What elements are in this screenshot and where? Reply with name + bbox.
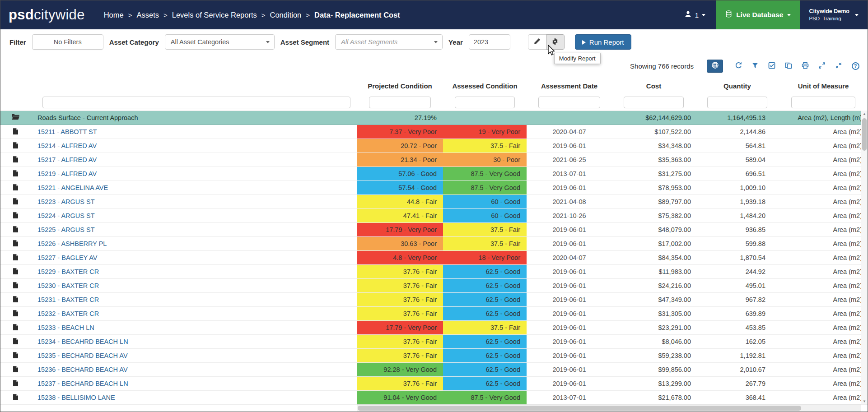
table-row[interactable]: 15223 - ARGUS ST 44.8 - Fair 60 - Good 2…	[0, 195, 868, 209]
asset-link[interactable]: 15232 - BAXTER CR	[37, 310, 99, 317]
asset-link[interactable]: 15229 - BAXTER CR	[37, 268, 99, 275]
column-header-cost[interactable]: Cost	[612, 82, 695, 90]
quantity-filter-input[interactable]	[707, 97, 767, 108]
asset-link[interactable]: 15236 - BECHARD BEACH AV	[37, 366, 128, 373]
summary-row[interactable]: Roads Surface - Current Approach 27.19% …	[0, 111, 868, 125]
asset-link[interactable]: 15224 - ARGUS ST	[37, 212, 95, 219]
table-row[interactable]: 15227 - BAGLEY AV 4.8 - Very Poor 18 - V…	[0, 251, 868, 265]
scroll-down-arrow[interactable]: ▼	[861, 398, 868, 404]
asset-link[interactable]: 15223 - ARGUS ST	[37, 198, 95, 205]
quantity-cell: 2,010.67	[695, 363, 779, 377]
asset-category-select[interactable]: All Asset Categories	[165, 34, 275, 50]
map-view-button[interactable]	[707, 60, 723, 73]
table-row[interactable]: 15225 - ARGUS ST 17.79 - Very Poor 37.5 …	[0, 223, 868, 237]
assessment-date-cell: 2021-10-26	[527, 209, 612, 223]
column-header-quantity[interactable]: Quantity	[695, 82, 779, 90]
asset-link[interactable]: 15227 - BAGLEY AV	[37, 254, 97, 261]
table-row[interactable]: 15237 - BECHARD BEACH LN 37.76 - Fair 62…	[0, 377, 868, 391]
help-button[interactable]: ?	[850, 61, 860, 71]
table-row[interactable]: 15236 - BECHARD BEACH AV 92.28 - Very Go…	[0, 363, 868, 377]
asset-category-label: Asset Category	[109, 38, 159, 46]
table-row[interactable]: 15234 - BECAHRD BEACH LN 37.76 - Fair 62…	[0, 335, 868, 349]
assessed-condition-filter-input[interactable]	[455, 97, 515, 108]
table-row[interactable]: 15231 - BAXTER CR 37.76 - Fair 62.5 - Go…	[0, 293, 868, 307]
collapse-icon	[835, 62, 842, 70]
table-row[interactable]: 15235 - BECHARD BEACH AV 37.76 - Fair 62…	[0, 349, 868, 363]
chevron-down-icon	[266, 41, 270, 43]
asset-link[interactable]: 15233 - BEACH LN	[37, 324, 94, 331]
select-columns-button[interactable]	[767, 61, 777, 71]
breadcrumb-los-reports[interactable]: Levels of Service Reports	[172, 11, 257, 19]
column-header-projected-condition[interactable]: Projected Condition	[357, 82, 443, 90]
asset-link[interactable]: 15217 - ALFRED AV	[37, 156, 97, 163]
unit-cell: Area (m2)	[779, 307, 868, 321]
copy-button[interactable]	[784, 61, 793, 71]
table-row[interactable]: 15219 - ALFRED AV 57.06 - Good 87.5 - Ve…	[0, 167, 868, 181]
asset-segment-select[interactable]: All Asset Segments	[335, 34, 443, 50]
app-logo[interactable]: psdcitywide	[9, 7, 85, 23]
asset-link[interactable]: 15238 - BELLISIMO LANE	[37, 394, 115, 401]
quantity-cell: 1,939.18	[695, 195, 779, 209]
vertical-scrollbar[interactable]: ▲ ▼	[861, 111, 868, 404]
account-menu[interactable]: Citywide Demo PSD_Training	[800, 8, 868, 22]
table-row[interactable]: 15214 - ALFRED AV 20.72 - Poor 37.5 - Fa…	[0, 139, 868, 153]
horizontal-scrollbar-thumb[interactable]	[358, 406, 801, 411]
unit-of-measure-filter-input[interactable]	[791, 97, 855, 108]
column-header-unit-of-measure[interactable]: Unit of Measure	[779, 82, 868, 90]
asset-link[interactable]: 15214 - ALFRED AV	[37, 142, 97, 149]
assessment-date-cell: 2019-06-01	[527, 321, 612, 335]
summary-unit: Area (m2), Length (m)	[779, 111, 868, 125]
table-row[interactable]: 15233 - BEACH LN 17.79 - Very Poor 37.5 …	[0, 321, 868, 335]
live-database-button[interactable]: Live Database	[716, 0, 800, 29]
table-row[interactable]: 15230 - BAXTER CR 37.76 - Fair 62.5 - Go…	[0, 279, 868, 293]
user-menu[interactable]: 1	[673, 10, 716, 19]
breadcrumb-condition[interactable]: Condition	[270, 11, 302, 19]
refresh-button[interactable]	[733, 61, 743, 71]
asset-link[interactable]: 15211 - ABBOTT ST	[37, 128, 97, 135]
table-row[interactable]: 15221 - ANGELINA AVE 57.54 - Good 87.5 -…	[0, 181, 868, 195]
column-header-assessment-date[interactable]: Assessment Date	[527, 82, 612, 90]
breadcrumb-separator	[163, 11, 168, 19]
table-row[interactable]: 15229 - BAXTER CR 37.76 - Fair 62.5 - Go…	[0, 265, 868, 279]
table-row[interactable]: 15211 - ABBOTT ST 7.37 - Very Poor 19 - …	[0, 125, 868, 139]
assessment-date-filter-input[interactable]	[538, 97, 600, 108]
unit-cell: Area (m2)	[779, 279, 868, 293]
column-header-assessed-condition[interactable]: Assessed Condition	[443, 82, 527, 90]
modify-report-button[interactable]	[546, 34, 565, 50]
asset-link[interactable]: 15235 - BECHARD BEACH AV	[37, 352, 128, 359]
expand-button[interactable]	[817, 61, 827, 71]
asset-link[interactable]: 15219 - ALFRED AV	[37, 170, 97, 177]
document-icon	[13, 170, 18, 178]
asset-link[interactable]: 15230 - BAXTER CR	[37, 282, 99, 289]
asset-link[interactable]: 15221 - ANGELINA AVE	[37, 184, 108, 191]
table-row[interactable]: 15238 - BELLISIMO LANE 91.04 - Very Good…	[0, 391, 868, 405]
name-filter-input[interactable]	[42, 97, 350, 108]
breadcrumb-assets[interactable]: Assets	[136, 11, 159, 19]
asset-link[interactable]: 15234 - BECAHRD BEACH LN	[37, 338, 128, 345]
table-row[interactable]: 15217 - ALFRED AV 21.34 - Poor 30 - Poor…	[0, 153, 868, 167]
document-icon	[13, 226, 18, 234]
run-report-button[interactable]: Run Report	[575, 34, 631, 50]
asset-link[interactable]: 15225 - ARGUS ST	[37, 226, 95, 233]
assessment-date-cell: 2019-06-01	[527, 265, 612, 279]
asset-link[interactable]: 15231 - BAXTER CR	[37, 296, 99, 303]
asset-link[interactable]: 15226 - ASHBERRY PL	[37, 240, 107, 247]
table-row[interactable]: 15232 - BAXTER CR 37.76 - Fair 62.5 - Go…	[0, 307, 868, 321]
breadcrumb-home[interactable]: Home	[104, 11, 124, 19]
scroll-up-arrow[interactable]: ▲	[861, 111, 868, 117]
filter-button[interactable]	[750, 61, 760, 71]
edit-report-button[interactable]	[528, 34, 546, 50]
assessment-date-cell: 2020-04-07	[527, 251, 612, 265]
cost-filter-input[interactable]	[624, 97, 684, 108]
projected-condition-filter-input[interactable]	[369, 97, 431, 108]
print-button[interactable]	[800, 61, 810, 71]
horizontal-scrollbar[interactable]	[357, 404, 861, 412]
no-filters-button[interactable]: No Filters	[32, 34, 103, 50]
table-row[interactable]: 15224 - ARGUS ST 47.41 - Fair 60 - Good …	[0, 209, 868, 223]
vertical-scrollbar-thumb[interactable]	[862, 118, 867, 151]
table-row[interactable]: 15226 - ASHBERRY PL 30.63 - Poor 37.5 - …	[0, 237, 868, 251]
asset-link[interactable]: 15237 - BECHARD BEACH LN	[37, 380, 128, 387]
play-icon	[582, 38, 586, 46]
year-input[interactable]	[469, 34, 510, 50]
collapse-button[interactable]	[834, 61, 844, 71]
